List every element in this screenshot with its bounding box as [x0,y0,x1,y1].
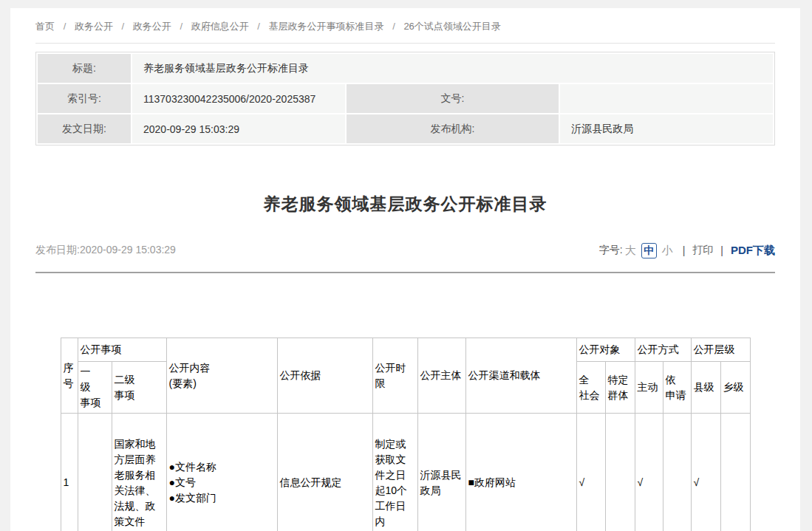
th-time-limit: 公开时 限 [372,338,417,414]
cell-subject: 沂源县民 政局 [417,414,465,531]
table-row: 1 国家和地 方层面养 老服务相 关法律、 法规、政 策文件 ●文件名称 ●文号… [61,414,750,531]
toolbar-divider: | [683,244,686,256]
cell-seq: 1 [61,414,78,531]
table-header-row-1: 序 号 公开事项 公开内容 (要素) 公开依据 公开时 限 公开主体 公开渠道和… [61,338,750,362]
breadcrumb: 首页 / 政务公开 / 政务公开 / 政府信息公开 / 基层政务公开事项标准目录… [35,8,775,32]
pdf-download-link[interactable]: PDF下载 [731,244,775,258]
th-seq: 序 号 [61,338,78,414]
cell-township [720,414,750,531]
meta-agency-value: 沂源县民政局 [560,114,773,143]
cell-channels: ■政府网站 [465,414,576,531]
meta-title-value: 养老服务领域基层政务公开标准目录 [132,54,773,83]
cell-level1 [78,414,112,531]
breadcrumb-home[interactable]: 首页 [35,21,55,32]
th-level2: 二级 事项 [112,362,166,414]
cell-level2: 国家和地 方层面养 老服务相 关法律、 法规、政 策文件 [112,414,166,531]
print-button[interactable]: 打印 [692,244,713,257]
cell-proactive: √ [635,414,663,531]
breadcrumb-separator: / [257,21,260,32]
font-size-small-button[interactable]: 小 [662,244,673,258]
publish-date-label: 发布日期: [35,244,80,256]
th-on-request: 依 申请 [663,362,691,414]
breadcrumb-separator: / [64,21,66,32]
th-open-items: 公开事项 [78,338,166,362]
th-audience: 公开对象 [576,338,635,362]
cell-specific-group [605,414,635,531]
disclosure-standard-table: 序 号 公开事项 公开内容 (要素) 公开依据 公开时 限 公开主体 公开渠道和… [61,338,751,531]
font-size-large-button[interactable]: 大 [625,244,636,258]
breadcrumb-govt-info[interactable]: 政府信息公开 [191,21,249,32]
th-proactive: 主动 [635,362,663,414]
font-size-medium-button[interactable]: 中 [641,243,657,258]
document-meta-table: 标题: 养老服务领域基层政务公开标准目录 索引号: 11370323004223… [35,52,775,145]
th-township: 乡级 [720,362,750,414]
th-county: 县级 [691,362,720,414]
meta-row-date: 发文日期: 2020-09-29 15:03:29 发布机构: 沂源县民政局 [38,114,773,143]
breadcrumb-zhengwu-gongkai-2[interactable]: 政务公开 [133,21,171,32]
th-all-society: 全 社会 [576,362,605,414]
breadcrumb-separator: / [122,21,125,32]
article-toolbar: 发布日期:2020-09-29 15:03:29 字号: 大 中 小 | 打印 … [35,241,775,259]
breadcrumb-separator: / [392,21,395,32]
meta-row-index: 索引号: 113703230042235006/2020-2025387 文号: [38,84,773,113]
font-size-label: 字号: [599,244,623,257]
th-specific-group: 特定 群体 [605,362,635,414]
th-subject: 公开主体 [417,338,465,414]
meta-doc-number-label: 文号: [347,84,559,113]
breadcrumb-pilot-catalog[interactable]: 26个试点领域公开目录 [403,21,500,32]
meta-issue-date-label: 发文日期: [38,114,131,143]
meta-issue-date-value: 2020-09-29 15:03:29 [132,114,345,143]
cell-county: √ [691,414,720,531]
meta-index-label: 索引号: [38,84,131,113]
th-level1: 一 级 事项 [78,362,112,414]
cell-time-limit: 制定或 获取文 件之日 起10个 工作日 内 [372,414,417,531]
cell-basis: 信息公开规定 [277,414,372,531]
th-content: 公开内容 (要素) [166,338,277,414]
separator-line-dark [35,272,775,273]
breadcrumb-separator: / [180,21,182,32]
breadcrumb-standard-catalog[interactable]: 基层政务公开事项标准目录 [269,21,384,32]
toolbar-divider: | [720,244,723,256]
th-method: 公开方式 [635,338,691,362]
th-level: 公开层级 [691,338,750,362]
th-channels: 公开渠道和载体 [465,338,576,414]
meta-index-value: 113703230042235006/2020-2025387 [132,84,345,113]
separator-line [35,43,775,44]
font-size-tools: 字号: 大 中 小 | 打印 | PDF下载 [599,243,775,258]
th-basis: 公开依据 [277,338,372,414]
cell-on-request [663,414,691,531]
breadcrumb-zhengwu-gongkai-1[interactable]: 政务公开 [75,21,113,32]
meta-row-title: 标题: 养老服务领域基层政务公开标准目录 [38,54,773,83]
cell-content: ●文件名称 ●文号 ●发文部门 [166,414,277,531]
meta-agency-label: 发布机构: [347,114,559,143]
content-container: 首页 / 政务公开 / 政务公开 / 政府信息公开 / 基层政务公开事项标准目录… [10,8,800,531]
page-title: 养老服务领域基层政务公开标准目录 [35,193,775,215]
cell-all-society: √ [576,414,605,531]
meta-title-label: 标题: [38,54,131,83]
publish-date-value: 2020-09-29 15:03:29 [80,244,176,256]
publish-date: 发布日期:2020-09-29 15:03:29 [35,244,176,257]
meta-doc-number-value [560,84,773,113]
